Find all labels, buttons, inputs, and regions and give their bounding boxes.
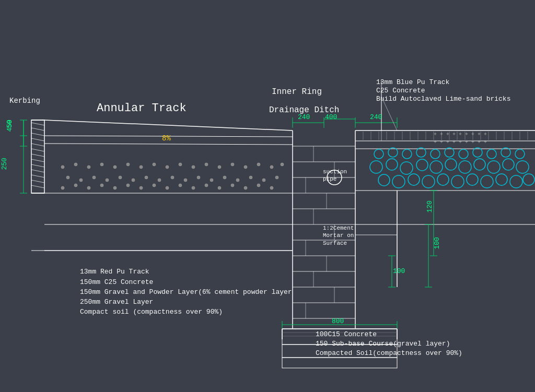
svg-point-60 bbox=[223, 176, 226, 179]
svg-point-152 bbox=[516, 161, 529, 173]
svg-point-75 bbox=[192, 186, 195, 189]
svg-line-9 bbox=[31, 164, 44, 167]
svg-point-158 bbox=[451, 175, 464, 188]
svg-point-66 bbox=[74, 184, 77, 187]
svg-point-161 bbox=[496, 174, 507, 185]
svg-point-173 bbox=[501, 148, 510, 157]
kerbing-label: Kerbing bbox=[9, 97, 40, 105]
svg-point-62 bbox=[249, 176, 252, 179]
svg-point-148 bbox=[459, 161, 471, 173]
blue-pu-track-label: 13mm Blue Pu Track bbox=[376, 78, 449, 86]
svg-point-38 bbox=[166, 165, 169, 169]
svg-point-78 bbox=[231, 184, 234, 187]
svg-line-4 bbox=[31, 138, 44, 141]
svg-point-71 bbox=[139, 186, 143, 189]
svg-point-164 bbox=[374, 149, 383, 159]
svg-point-55 bbox=[158, 179, 161, 182]
svg-text:+ + + + + + + + +: + + + + + + + + + bbox=[434, 132, 487, 137]
svg-point-151 bbox=[503, 159, 514, 170]
svg-point-31 bbox=[74, 163, 77, 166]
svg-point-32 bbox=[87, 165, 90, 169]
svg-point-50 bbox=[92, 176, 96, 179]
svg-point-67 bbox=[87, 186, 90, 189]
svg-point-61 bbox=[236, 179, 239, 182]
dim-400: 400 bbox=[325, 113, 337, 121]
svg-point-174 bbox=[515, 149, 525, 159]
svg-line-17 bbox=[44, 144, 293, 145]
svg-point-49 bbox=[79, 179, 83, 182]
svg-point-52 bbox=[119, 176, 122, 179]
svg-point-150 bbox=[487, 161, 500, 173]
sub-base-label: 150 Sub-base Course(gravel layer) bbox=[316, 340, 450, 348]
svg-line-2 bbox=[31, 128, 44, 130]
svg-point-160 bbox=[481, 175, 493, 188]
svg-point-146 bbox=[430, 161, 443, 173]
svg-point-63 bbox=[262, 179, 265, 182]
dim-100-b: 100 bbox=[433, 237, 441, 249]
svg-point-54 bbox=[145, 176, 148, 179]
svg-point-58 bbox=[197, 176, 200, 179]
svg-line-12 bbox=[31, 180, 44, 183]
svg-line-6 bbox=[31, 149, 44, 151]
svg-point-74 bbox=[179, 184, 182, 187]
svg-point-157 bbox=[437, 174, 449, 185]
dim-800: 800 bbox=[332, 317, 344, 325]
svg-point-165 bbox=[388, 148, 398, 157]
svg-point-81 bbox=[270, 186, 273, 189]
svg-point-33 bbox=[100, 163, 103, 166]
svg-point-42 bbox=[218, 165, 221, 169]
svg-point-43 bbox=[231, 163, 234, 166]
svg-point-70 bbox=[126, 184, 130, 187]
svg-point-169 bbox=[445, 148, 454, 157]
drawing-overlay: + + + + + + + + + + + + + + + + + + bbox=[0, 0, 535, 392]
svg-point-39 bbox=[179, 163, 182, 166]
svg-point-68 bbox=[100, 184, 103, 187]
svg-point-72 bbox=[153, 184, 156, 187]
svg-point-170 bbox=[459, 149, 468, 159]
svg-point-145 bbox=[416, 159, 428, 171]
svg-line-1 bbox=[31, 123, 44, 125]
svg-point-149 bbox=[474, 159, 485, 170]
compact-soil-label: Compact soil (compactness over 90%) bbox=[80, 308, 223, 316]
inner-ring-label: Inner Ring bbox=[272, 86, 322, 98]
svg-line-5 bbox=[31, 144, 44, 146]
svg-line-7 bbox=[31, 154, 44, 157]
c15-concrete-label: 100C15 Concrete bbox=[316, 330, 377, 338]
svg-point-155 bbox=[408, 174, 420, 185]
svg-point-64 bbox=[275, 176, 278, 179]
svg-point-156 bbox=[422, 175, 435, 188]
dim-50: 50 bbox=[6, 120, 14, 128]
svg-point-46 bbox=[270, 165, 273, 169]
svg-line-3 bbox=[31, 133, 44, 136]
svg-line-10 bbox=[31, 170, 44, 172]
svg-rect-112 bbox=[282, 358, 397, 368]
dim-240-right: 240 bbox=[370, 113, 382, 121]
svg-point-45 bbox=[257, 163, 260, 166]
svg-point-30 bbox=[61, 165, 64, 169]
dim-250: 250 bbox=[1, 158, 8, 170]
dim-240-left: 240 bbox=[298, 113, 310, 121]
svg-point-166 bbox=[402, 149, 412, 159]
c25-concrete-label: 150mm C25 Concrete bbox=[80, 278, 153, 286]
technical-drawing: + + + + + + + + + + + + + + + + + + bbox=[0, 0, 535, 392]
compacted-soil-bottom-label: Compacted Soil(compactness over 90%) bbox=[316, 349, 462, 357]
svg-point-167 bbox=[416, 148, 426, 157]
slope-label: 8% bbox=[162, 134, 171, 142]
svg-point-154 bbox=[392, 175, 405, 188]
svg-point-159 bbox=[467, 174, 478, 185]
red-pu-track-label: 13mm Red Pu Track bbox=[80, 268, 149, 276]
autoclaved-label: Build Autoclaved Lime-sand bricks bbox=[376, 95, 510, 103]
c25-concrete-top-label: C25 Concrete bbox=[376, 87, 425, 94]
svg-point-40 bbox=[192, 165, 195, 169]
svg-point-53 bbox=[132, 179, 135, 182]
svg-line-8 bbox=[31, 159, 44, 162]
svg-point-80 bbox=[257, 184, 260, 187]
svg-point-47 bbox=[281, 163, 284, 166]
svg-point-69 bbox=[113, 186, 117, 189]
svg-line-11 bbox=[31, 175, 44, 177]
svg-point-142 bbox=[370, 161, 382, 173]
svg-line-13 bbox=[31, 185, 44, 188]
annular-track-label: Annular Track bbox=[97, 102, 187, 115]
svg-point-163 bbox=[523, 174, 534, 185]
svg-point-41 bbox=[205, 163, 208, 166]
